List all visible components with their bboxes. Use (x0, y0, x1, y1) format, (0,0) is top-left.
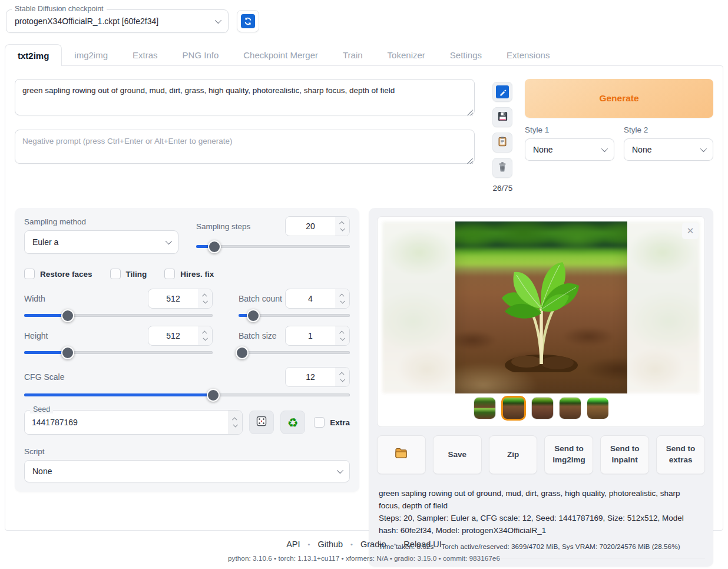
chevron-down-icon (203, 336, 207, 340)
sampling-steps-value[interactable] (286, 217, 335, 236)
save-style-button[interactable] (492, 107, 512, 127)
batch-size-label: Batch size (239, 331, 277, 340)
prompt-input[interactable]: green sapling rowing out of ground, mud,… (15, 79, 475, 115)
generate-button[interactable]: Generate (525, 79, 713, 118)
stepper-buttons[interactable] (228, 411, 242, 434)
script-dropdown[interactable]: None (24, 460, 350, 482)
width-input[interactable] (148, 289, 213, 309)
cfg-scale-value[interactable] (286, 368, 335, 386)
seed-label: Seed (30, 405, 53, 413)
batch-count-slider[interactable] (239, 314, 350, 317)
batch-size-value[interactable] (286, 326, 335, 345)
height-input[interactable] (148, 326, 213, 346)
stepper-buttons[interactable] (335, 217, 349, 236)
open-folder-button[interactable] (377, 435, 426, 474)
stepper-buttons[interactable] (198, 326, 212, 345)
api-link[interactable]: API (286, 540, 300, 549)
batch-count-input[interactable] (285, 289, 350, 309)
trash-icon (497, 161, 508, 174)
send-to-img2img-button[interactable]: Send to img2img (544, 435, 593, 474)
slider-thumb[interactable] (208, 240, 221, 253)
chevron-up-icon (339, 221, 344, 226)
style2-dropdown[interactable]: None (624, 138, 713, 161)
thumbnail-selected[interactable] (501, 396, 526, 421)
stepper-buttons[interactable] (335, 368, 349, 386)
tab-settings[interactable]: Settings (438, 44, 494, 66)
negative-prompt-input[interactable] (15, 130, 475, 164)
slider-thumb[interactable] (61, 346, 74, 359)
slider-thumb[interactable] (236, 346, 249, 359)
chevron-up-icon (202, 293, 207, 298)
apply-style-button[interactable] (492, 133, 512, 153)
sampling-method-dropdown[interactable]: Euler a (24, 230, 178, 254)
save-button[interactable]: Save (433, 435, 482, 474)
cfg-scale-input[interactable] (285, 367, 350, 387)
checkbox-icon[interactable] (314, 417, 325, 428)
send-to-extras-button[interactable]: Send to extras (656, 435, 705, 474)
batch-count-value[interactable] (286, 289, 335, 308)
info-prompt: green sapling rowing out of ground, mud,… (379, 488, 703, 512)
slider-thumb[interactable] (247, 309, 260, 322)
style2-label: Style 2 (624, 125, 713, 134)
gallery-ghost-right (626, 221, 700, 393)
hires-fix-checkbox[interactable]: Hires. fix (164, 269, 214, 279)
restore-faces-checkbox[interactable]: Restore faces (24, 269, 92, 279)
checkpoint-label: Stable Diffusion checkpoint (12, 5, 107, 13)
random-seed-button[interactable] (249, 411, 274, 434)
tab-checkpoint-merger[interactable]: Checkpoint Merger (231, 44, 330, 66)
tab-tokenizer[interactable]: Tokenizer (375, 44, 438, 66)
sampling-steps-input[interactable] (285, 216, 350, 236)
tab-png-info[interactable]: PNG Info (170, 44, 231, 66)
tab-extras[interactable]: Extras (120, 44, 170, 66)
reload-ui-link[interactable]: Reload UI (403, 540, 441, 549)
thumbnail[interactable] (559, 397, 581, 419)
thumbnail[interactable] (531, 397, 554, 419)
stepper-buttons[interactable] (335, 326, 349, 345)
thumbnail-grid[interactable] (474, 397, 496, 419)
interrupt-paint-button[interactable] (492, 82, 512, 102)
batch-count-label: Batch count (239, 294, 282, 303)
seed-value[interactable] (32, 411, 228, 434)
script-value: None (32, 467, 52, 476)
seed-input[interactable] (24, 410, 243, 435)
tiling-checkbox[interactable]: Tiling (110, 269, 147, 279)
reuse-seed-button[interactable]: ♻ (280, 411, 305, 434)
checkbox-icon[interactable] (24, 269, 35, 279)
batch-size-slider[interactable] (239, 351, 350, 354)
checkbox-icon[interactable] (164, 269, 175, 279)
sampling-steps-slider[interactable] (196, 245, 350, 248)
clipboard-icon (497, 136, 508, 149)
refresh-checkpoints-button[interactable] (237, 10, 259, 32)
cfg-scale-slider[interactable] (24, 393, 350, 396)
generated-image[interactable] (455, 221, 627, 393)
style1-value: None (533, 145, 552, 154)
thumbnail[interactable] (587, 397, 609, 419)
tab-txt2img[interactable]: txt2img (5, 44, 62, 66)
tab-img2img[interactable]: img2img (62, 44, 120, 66)
refresh-icon (241, 14, 255, 28)
height-value[interactable] (148, 326, 198, 345)
chevron-down-icon (203, 299, 207, 303)
gradio-link[interactable]: Gradio (360, 540, 386, 549)
slider-thumb[interactable] (61, 309, 74, 322)
style1-dropdown[interactable]: None (525, 138, 614, 161)
height-slider[interactable] (24, 351, 213, 354)
slider-thumb[interactable] (207, 389, 220, 402)
stepper-buttons[interactable] (198, 289, 212, 308)
close-gallery-button[interactable]: ✕ (682, 223, 699, 239)
checkbox-icon[interactable] (110, 269, 121, 279)
tab-extensions[interactable]: Extensions (494, 44, 562, 66)
checkpoint-dropdown[interactable]: protogenX34OfficialR_1.ckpt [60fe2f34] (6, 9, 229, 33)
github-link[interactable]: Github (317, 540, 343, 549)
batch-size-input[interactable] (285, 326, 350, 346)
send-to-inpaint-button[interactable]: Send to inpaint (600, 435, 649, 474)
image-vignette (455, 221, 627, 393)
extra-seed-checkbox[interactable]: Extra (314, 417, 350, 428)
tab-train[interactable]: Train (330, 44, 375, 66)
chevron-down-icon (340, 336, 345, 340)
width-slider[interactable] (24, 314, 213, 317)
clear-prompt-button[interactable] (492, 158, 512, 178)
zip-button[interactable]: Zip (489, 435, 538, 474)
stepper-buttons[interactable] (335, 289, 349, 308)
width-value[interactable] (148, 289, 198, 308)
